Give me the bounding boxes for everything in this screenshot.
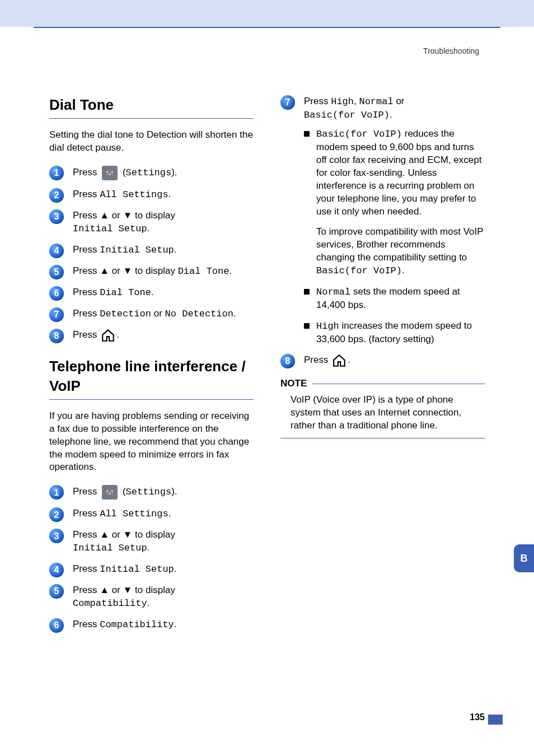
bullet-code: Normal [316, 287, 350, 297]
step-badge: 5 [49, 265, 64, 279]
voip-steps-continued: 7 Press High, Normal or Basic(for VoIP).… [280, 95, 485, 367]
bullet-normal: Normal sets the modem speed at 14,400 bp… [304, 286, 485, 312]
dial-tone-intro: Setting the dial tone to Detection will … [49, 129, 254, 155]
bullet-basic: Basic(for VoIP) reduces the modem speed … [304, 128, 485, 278]
page-number-bar [488, 715, 503, 725]
step-badge: 3 [49, 209, 64, 224]
bullet-text: increases the modem speed to 33,600 bps.… [316, 320, 472, 344]
step-text: ). [171, 167, 177, 178]
step-badge: 7 [280, 95, 295, 110]
step-8: 8 Press . [280, 354, 485, 367]
step-text: Press [73, 244, 100, 255]
home-icon [101, 329, 115, 342]
step-code: Compatibility [100, 619, 174, 630]
voip-steps: 1 Press (Settings). 2 Press All Settings… [49, 485, 254, 632]
step-text: or [394, 96, 405, 106]
step-badge: 8 [280, 354, 295, 368]
bullet-code: Basic(for VoIP) [316, 265, 402, 276]
step-code: Initial Setup [100, 245, 174, 255]
step-text: . [229, 265, 232, 276]
step-6: 6 Press Compatibility. [49, 618, 254, 632]
step-text: . [233, 308, 236, 319]
voip-intro: If you are having problems sending or re… [49, 410, 254, 474]
settings-icon [102, 166, 118, 180]
step-text: Press [73, 167, 100, 178]
step-code: High [331, 96, 354, 107]
step-1: 1 Press (Settings). [49, 166, 254, 180]
step-text: Press [73, 619, 100, 629]
home-icon [332, 354, 346, 367]
step-text: . [168, 189, 171, 199]
voip-title: Telephone line interference / VoIP [49, 357, 254, 396]
content-columns: Dial Tone Setting the dial tone to Detec… [0, 28, 534, 640]
step-text: ). [171, 487, 177, 497]
step-3: 3 Press ▲ or ▼ to display Initial Setup. [49, 209, 254, 236]
note-heading: NOTE [280, 377, 307, 390]
step-3: 3 Press ▲ or ▼ to display Initial Setup. [49, 529, 254, 555]
step-badge: 3 [49, 529, 64, 543]
step-badge: 6 [49, 618, 64, 633]
step-text: . [116, 329, 119, 340]
svg-point-2 [111, 171, 113, 173]
step-text: . [348, 354, 350, 365]
step-text: . [147, 542, 150, 553]
step-2: 2 Press All Settings. [49, 507, 254, 521]
step-badge: 5 [49, 584, 64, 599]
step-5: 5 Press ▲ or ▼ to display Dial Tone. [49, 265, 254, 278]
step-badge: 7 [49, 307, 64, 322]
note-head-row: NOTE [280, 377, 485, 390]
page-number: 135 [470, 711, 485, 724]
step-text: Press [73, 189, 100, 199]
step-text: . [147, 223, 150, 234]
bullet-high: High increases the modem speed to 33,600… [304, 320, 485, 346]
step-badge: 4 [49, 244, 64, 258]
step-badge: 1 [49, 485, 64, 500]
step-text: . [174, 244, 177, 255]
step-7: 7 Press Detection or No Detection. [49, 307, 254, 321]
step-text: Press ▲ or ▼ to display [73, 265, 178, 276]
step-1: 1 Press (Settings). [49, 485, 254, 500]
bullet-code: Basic(for VoIP) [316, 129, 402, 139]
step-badge: 6 [49, 286, 64, 301]
step-code: Normal [359, 96, 393, 107]
step-text: Press [73, 563, 100, 574]
step-7: 7 Press High, Normal or Basic(for VoIP).… [280, 95, 485, 346]
step-badge: 8 [49, 329, 64, 343]
step-7-bullets: Basic(for VoIP) reduces the modem speed … [304, 128, 485, 346]
step-text: Press [73, 287, 100, 297]
svg-point-3 [106, 491, 108, 492]
step-text: . [147, 598, 150, 608]
step-code: Compatibility [73, 598, 147, 609]
svg-point-1 [109, 174, 111, 175]
step-badge: 2 [49, 507, 64, 522]
svg-point-4 [109, 493, 111, 494]
step-text: ( [120, 167, 125, 178]
step-text: . [151, 287, 154, 297]
step-text: Press ▲ or ▼ to display [73, 529, 175, 540]
running-header: Troubleshooting [423, 46, 479, 57]
page-top-band [0, 0, 534, 27]
step-code: Dial Tone [100, 287, 151, 298]
note-rule [312, 384, 485, 384]
step-code: Dial Tone [178, 266, 229, 277]
step-code: Initial Setup [73, 223, 147, 234]
step-code: Settings [126, 487, 172, 498]
right-column: 7 Press High, Normal or Basic(for VoIP).… [280, 95, 485, 640]
svg-point-0 [106, 171, 108, 172]
dial-tone-title: Dial Tone [49, 95, 254, 115]
bullet-text: To improve compatibility with most VoIP … [316, 226, 483, 263]
step-text: Press [73, 508, 100, 519]
step-code: All Settings [100, 189, 168, 200]
step-text: Press [304, 354, 331, 365]
step-5: 5 Press ▲ or ▼ to display Compatibility. [49, 584, 254, 610]
step-badge: 1 [49, 166, 64, 180]
step-6: 6 Press Dial Tone. [49, 286, 254, 300]
left-column: Dial Tone Setting the dial tone to Detec… [49, 95, 254, 640]
step-code: No Detection [165, 309, 233, 319]
bullet-code: High [316, 321, 339, 332]
step-text: or [151, 308, 165, 319]
step-text: . [174, 619, 177, 629]
step-text: ( [120, 487, 125, 497]
step-8: 8 Press . [49, 329, 254, 342]
step-4: 4 Press Initial Setup. [49, 563, 254, 576]
